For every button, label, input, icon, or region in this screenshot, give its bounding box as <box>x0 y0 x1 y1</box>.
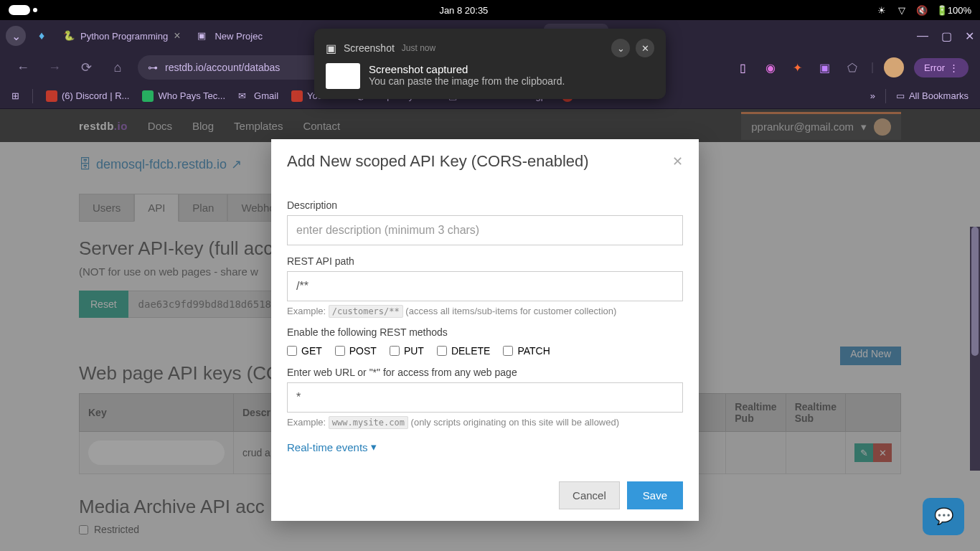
battery-indicator[interactable]: 🔋100% <box>936 5 971 16</box>
error-badge[interactable]: Error ⋮ <box>914 58 969 77</box>
activities-pill[interactable] <box>9 5 30 15</box>
bookmark-discord[interactable]: (6) Discord | R... <box>46 90 129 102</box>
bookmarks-overflow[interactable]: » <box>870 90 875 101</box>
description-input[interactable] <box>287 215 683 245</box>
description-label: Description <box>287 199 683 211</box>
methods-label: Enable the following REST methods <box>287 326 683 338</box>
web-url-input[interactable] <box>287 382 683 413</box>
profile-avatar[interactable] <box>884 57 904 77</box>
minimize-button[interactable]: — <box>917 29 928 43</box>
notif-title: Screenshot captured <box>369 63 565 75</box>
python-icon: 🐍 <box>63 30 75 42</box>
tab-search-button[interactable]: ⌄ <box>6 26 26 46</box>
extension-icon[interactable]: ▣ <box>816 59 834 76</box>
add-api-key-modal: Add New scoped API Key (CORS-enabled) ✕ … <box>271 139 699 521</box>
notif-thumbnail <box>326 63 360 89</box>
tab-label: New Projec <box>215 31 262 42</box>
modal-close-button[interactable]: ✕ <box>672 154 683 169</box>
screenshot-notification[interactable]: ▣ Screenshot Just now ⌄ ✕ Screenshot cap… <box>314 29 666 99</box>
tab-python[interactable]: 🐍 Python Programming × <box>55 24 189 48</box>
modal-title: Add New scoped API Key (CORS-enabled) <box>287 152 589 171</box>
save-button[interactable]: Save <box>627 481 683 509</box>
home-button[interactable]: ⌂ <box>106 56 129 79</box>
chat-fab-button[interactable]: 💬 <box>923 498 964 535</box>
site-info-icon[interactable]: ⊶ <box>148 62 158 73</box>
tab-label: Python Programming <box>80 31 168 42</box>
tab-new-project[interactable]: ▣ New Projec <box>189 24 270 48</box>
close-icon[interactable]: × <box>174 29 180 42</box>
forward-button[interactable]: → <box>43 56 66 79</box>
extension-icon[interactable]: ▯ <box>735 59 752 76</box>
rest-path-help: Example: /customers/** (access all items… <box>287 306 683 316</box>
notif-app-name: Screenshot <box>344 42 395 54</box>
clock[interactable]: Jan 8 20:35 <box>52 5 876 16</box>
maximize-button[interactable]: ▢ <box>941 29 952 43</box>
extension-icon[interactable]: ◉ <box>762 59 779 76</box>
method-put[interactable]: PUT <box>390 345 424 357</box>
method-post[interactable]: POST <box>335 345 377 357</box>
notif-expand-button[interactable]: ⌄ <box>611 39 630 57</box>
extension-icon[interactable]: ✦ <box>789 59 806 76</box>
volume-icon[interactable]: 🔇 <box>916 4 928 16</box>
realtime-events-toggle[interactable]: Real-time events▾ <box>287 441 377 453</box>
method-patch[interactable]: PATCH <box>503 345 550 357</box>
system-status-bar: Jan 8 20:35 ☀ ▽ 🔇 🔋100% <box>0 0 980 20</box>
caret-down-icon: ▾ <box>371 441 377 453</box>
close-window-button[interactable]: ✕ <box>965 29 974 43</box>
wifi-icon[interactable]: ▽ <box>896 4 908 16</box>
chat-icon: 💬 <box>934 507 953 526</box>
back-button[interactable]: ← <box>11 56 34 79</box>
bookmark-gmail[interactable]: ✉Gmail <box>238 90 278 102</box>
rest-path-input[interactable] <box>287 271 683 301</box>
method-get[interactable]: GET <box>287 345 322 357</box>
brightness-icon[interactable]: ☀ <box>876 4 887 16</box>
web-url-label: Enter web URL or "*" for access from any… <box>287 367 683 378</box>
vertical-scrollbar[interactable] <box>970 227 980 471</box>
reload-button[interactable]: ⟳ <box>75 56 98 79</box>
cancel-button[interactable]: Cancel <box>559 481 620 509</box>
url-text: restdb.io/account/databas <box>165 62 280 73</box>
apps-button[interactable]: ⊞ <box>11 90 19 101</box>
extensions-menu-icon[interactable]: ⬠ <box>844 59 861 76</box>
method-delete[interactable]: DELETE <box>437 345 490 357</box>
all-bookmarks-button[interactable]: ▭ All Bookmarks <box>896 90 969 101</box>
notif-message: You can paste the image from the clipboa… <box>369 75 565 87</box>
status-dot <box>33 8 37 12</box>
notion-icon: ▣ <box>197 30 209 42</box>
gem-icon[interactable]: ♦ <box>32 29 52 42</box>
screenshot-icon: ▣ <box>326 42 336 55</box>
rest-path-label: REST API path <box>287 255 683 267</box>
bookmark-whopays[interactable]: Who Pays Tec... <box>142 90 225 102</box>
notif-close-button[interactable]: ✕ <box>636 39 654 57</box>
notif-timestamp: Just now <box>402 43 435 53</box>
web-url-help: Example: www.mysite.com (only scripts or… <box>287 417 683 428</box>
